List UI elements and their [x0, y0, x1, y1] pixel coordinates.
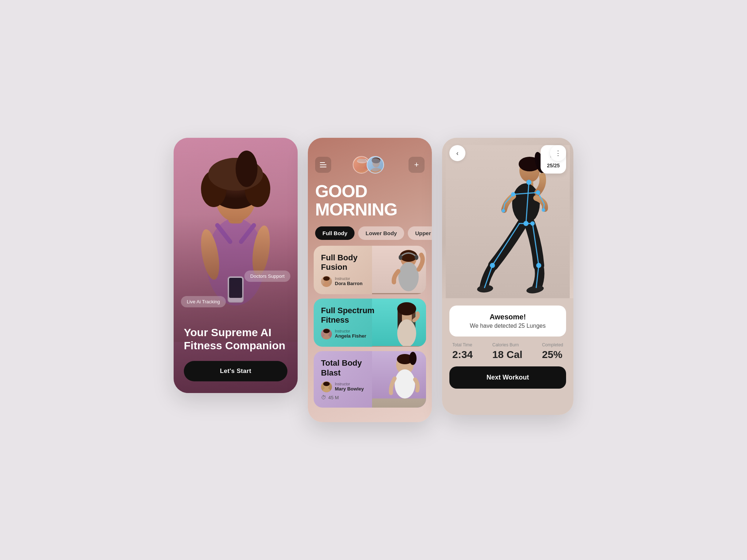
screen1-onboarding: Doctors Support Live Ai Tracking Your Su…: [174, 138, 298, 393]
screen3-workout-tracking: ‹ ⋮: [442, 138, 573, 415]
svg-rect-19: [358, 159, 367, 162]
svg-point-17: [356, 168, 368, 174]
tab-lower-body[interactable]: Lower Body: [358, 226, 404, 240]
workout-title: Total Body Blast: [321, 358, 375, 378]
screen2-header: +: [308, 138, 432, 174]
stat-total-time: Total Time 2:34: [452, 342, 473, 361]
screen3-exercise-view: ‹ ⋮: [442, 138, 573, 298]
svg-point-40: [323, 329, 330, 333]
detection-message: We have detected 25 Lunges: [458, 323, 557, 329]
svg-point-64: [542, 208, 545, 212]
svg-point-31: [323, 276, 330, 281]
svg-point-65: [502, 209, 505, 213]
avatar-2: [367, 156, 384, 174]
screen1-cta-section: Your Supreme AI Fitness Companion Let's …: [174, 315, 298, 393]
svg-point-61: [530, 221, 535, 226]
workout-card-full-spectrum[interactable]: Full Spectrum Fitness Instructor Angela …: [314, 299, 426, 347]
svg-point-59: [511, 192, 515, 197]
svg-point-39: [323, 335, 330, 339]
workout-list: Full Body Fusion Instructor Dora Barron: [308, 246, 432, 415]
stat-value: 25%: [542, 349, 563, 361]
svg-point-48: [323, 382, 330, 386]
hamburger-icon: [320, 162, 326, 167]
svg-point-57: [526, 180, 531, 185]
lets-start-button[interactable]: Let's Start: [184, 361, 287, 381]
instructor-avatar: [321, 381, 332, 392]
svg-point-16: [359, 159, 366, 167]
workout-title: Full Spectrum Fitness: [321, 306, 375, 325]
svg-point-63: [490, 263, 495, 268]
back-button[interactable]: ‹: [449, 145, 465, 161]
stat-label: Calories Burn: [492, 342, 523, 347]
svg-point-30: [323, 283, 330, 287]
avatar-group: [353, 156, 384, 174]
stat-value: 18 Cal: [492, 349, 523, 361]
workout-card-total-body-blast[interactable]: Total Body Blast Instructor Mary Bowley: [314, 351, 426, 408]
workout-stats-row: Total Time 2:34 Calories Burn 18 Cal Com…: [449, 342, 566, 361]
stat-calories: Calories Burn 18 Cal: [492, 342, 523, 361]
ai-tracking-tag: Live Ai Tracking: [181, 296, 226, 307]
clock-icon: ⏱: [321, 394, 326, 400]
svg-point-20: [372, 159, 380, 167]
screen3-stats-section: Awesome! We have detected 25 Lunges Tota…: [442, 298, 573, 415]
tab-full-body[interactable]: Full Body: [315, 226, 355, 240]
instructor-avatar: [321, 276, 332, 287]
svg-point-60: [523, 221, 529, 226]
screens-container: Doctors Support Live Ai Tracking Your Su…: [174, 138, 573, 422]
duration-text: 45 M: [328, 395, 339, 400]
stat-value: 2:34: [452, 349, 473, 361]
instructor-info: Instructor Angela Fisher: [321, 328, 419, 339]
svg-point-18: [357, 159, 367, 163]
svg-point-58: [536, 190, 540, 195]
stat-label: Total Time: [452, 342, 473, 347]
greeting-text: GOOD MORNING: [315, 182, 425, 219]
rep-count-display: 25/25: [547, 163, 560, 168]
greeting-section: GOOD MORNING: [308, 174, 432, 226]
svg-point-21: [370, 168, 382, 174]
instructor-info: Instructor Mary Bowley: [321, 381, 419, 392]
detection-result-card: Awesome! We have detected 25 Lunges: [449, 306, 566, 337]
next-workout-button[interactable]: Next Workout: [449, 366, 566, 389]
svg-point-47: [323, 388, 330, 392]
screen1-headline: Your Supreme AI Fitness Companion: [184, 326, 287, 352]
doctors-support-tag: Doctors Support: [244, 271, 290, 282]
screen3-navigation: ‹ ⋮: [442, 145, 573, 161]
more-options-button[interactable]: ⋮: [550, 145, 566, 161]
svg-point-22: [372, 158, 380, 163]
duration-row: ⏱ 45 M: [321, 394, 419, 400]
add-profile-button[interactable]: +: [409, 157, 425, 173]
stat-label: Completed: [542, 342, 563, 347]
menu-button[interactable]: [315, 157, 331, 173]
instructor-info: Instructor Dora Barron: [321, 276, 419, 287]
workout-title: Full Body Fusion: [321, 253, 375, 272]
filter-tabs: Full Body Lower Body Upper: [308, 226, 432, 246]
workout-card-full-body-fusion[interactable]: Full Body Fusion Instructor Dora Barron: [314, 246, 426, 294]
screen2-home: + GOOD MORNING Full Body Lower Body Uppe…: [308, 138, 432, 422]
stat-completed: Completed 25%: [542, 342, 563, 361]
detection-awesome: Awesome!: [458, 313, 557, 321]
instructor-avatar: [321, 328, 332, 339]
tab-upper[interactable]: Upper: [408, 226, 432, 240]
svg-point-62: [536, 263, 541, 268]
